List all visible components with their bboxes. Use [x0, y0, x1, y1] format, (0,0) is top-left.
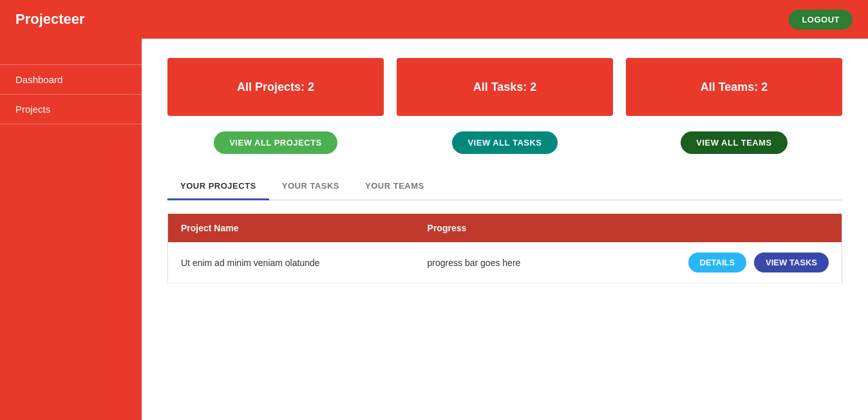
- tab-your-projects[interactable]: YOUR PROJECTS: [167, 173, 269, 200]
- app-title: Projecteer: [15, 11, 85, 28]
- view-all-tasks-button[interactable]: VIEW ALL TASKS: [452, 131, 557, 154]
- view-buttons-row: VIEW ALL PROJECTS VIEW ALL TASKS VIEW AL…: [167, 131, 842, 154]
- view-all-projects-button[interactable]: VIEW ALL PROJECTS: [214, 131, 337, 154]
- stats-row: All Projects: 2 All Tasks: 2 All Teams: …: [167, 58, 842, 116]
- stat-card-teams: All Teams: 2: [626, 58, 842, 116]
- sidebar: Dashboard Projects: [0, 39, 142, 420]
- progress-cell: progress bar goes here: [415, 242, 592, 283]
- sidebar-item-dashboard[interactable]: Dashboard: [0, 64, 142, 95]
- project-name-cell: Ut enim ad minim veniam olatunde: [168, 242, 415, 283]
- logout-button[interactable]: LOGOUT: [789, 10, 853, 30]
- col-header-project-name: Project Name: [168, 214, 415, 243]
- actions-cell: DETAILS VIEW TASKS: [592, 242, 842, 283]
- tab-your-tasks[interactable]: YOUR TASKS: [269, 173, 352, 200]
- col-header-progress: Progress: [415, 214, 592, 243]
- table-header: Project Name Progress: [168, 214, 842, 243]
- main-content: All Projects: 2 All Tasks: 2 All Teams: …: [142, 39, 868, 420]
- tab-your-teams[interactable]: YOUR TEAMS: [352, 173, 437, 200]
- col-header-actions: [592, 214, 842, 243]
- stat-card-tasks: All Tasks: 2: [397, 58, 613, 116]
- view-tasks-button[interactable]: VIEW TASKS: [754, 253, 829, 272]
- stat-card-projects: All Projects: 2: [167, 58, 384, 116]
- tabs: YOUR PROJECTS YOUR TASKS YOUR TEAMS: [167, 173, 842, 200]
- table-row: Ut enim ad minim veniam olatunde progres…: [168, 242, 842, 283]
- view-all-teams-button[interactable]: VIEW ALL TEAMS: [681, 131, 788, 154]
- project-table: Project Name Progress Ut enim ad minim v…: [167, 213, 842, 283]
- body-layout: Dashboard Projects All Projects: 2 All T…: [0, 39, 868, 420]
- header: Projecteer LOGOUT: [0, 0, 868, 39]
- sidebar-item-projects[interactable]: Projects: [0, 95, 142, 124]
- details-button[interactable]: DETAILS: [688, 253, 747, 272]
